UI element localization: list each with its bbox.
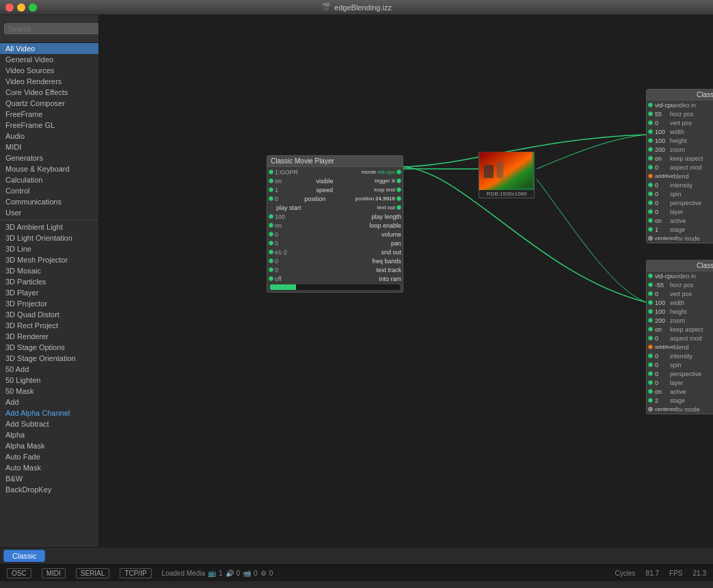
- tcpip-button[interactable]: TCP/IP: [120, 568, 151, 578]
- sidebar-item-video-renderers[interactable]: Video Renderers: [0, 76, 98, 87]
- proj-port[interactable]: [648, 291, 653, 296]
- proj-port-orange2[interactable]: [648, 345, 653, 349]
- proj-port[interactable]: [648, 318, 653, 323]
- sidebar-item-auto-mask[interactable]: Auto Mask: [0, 462, 98, 473]
- proj-port[interactable]: [648, 389, 653, 394]
- port-volume[interactable]: [269, 232, 273, 237]
- proj-port[interactable]: [648, 183, 653, 187]
- proj-port[interactable]: [648, 380, 653, 385]
- sidebar-item-50-lighten[interactable]: 50 Lighten: [0, 375, 98, 386]
- proj-port[interactable]: [648, 103, 653, 107]
- proj-port[interactable]: [648, 327, 653, 332]
- sidebar-item-alpha[interactable]: Alpha: [0, 429, 98, 440]
- proj-port[interactable]: [648, 353, 653, 358]
- sidebar-item-3d-stage-orientation[interactable]: 3D Stage Orientation: [0, 353, 98, 364]
- sidebar-item-3d-particles[interactable]: 3D Particles: [0, 276, 98, 287]
- sidebar-item-3d-mosaic[interactable]: 3D Mosaic: [0, 265, 98, 276]
- port-intoram[interactable]: [269, 276, 273, 281]
- sidebar-item-3d-projector[interactable]: 3D Projector: [0, 298, 98, 309]
- projector2-node[interactable]: Classic Projector vid-cpu video in -55 h…: [646, 260, 713, 414]
- projector1-node[interactable]: Classic Projector vid-cpu video in 55 ho…: [646, 89, 713, 243]
- proj-port[interactable]: [648, 165, 653, 170]
- sidebar-item-3d-quad-distort[interactable]: 3D Quad Distort: [0, 309, 98, 320]
- sidebar-item-3d-line[interactable]: 3D Line: [0, 243, 98, 254]
- port-visible[interactable]: [269, 178, 273, 183]
- proj-port[interactable]: [648, 371, 653, 376]
- node-canvas[interactable]: Classic Movie Player 1:GOPR movie vid-cp…: [99, 15, 713, 547]
- proj-port[interactable]: [648, 120, 653, 125]
- port-playlength[interactable]: [269, 214, 273, 219]
- proj-port[interactable]: [648, 129, 653, 134]
- sidebar-item-3d-mesh-projector[interactable]: 3D Mesh Projector: [0, 254, 98, 265]
- movie-player-node[interactable]: Classic Movie Player 1:GOPR movie vid-cp…: [267, 155, 403, 293]
- osc-button[interactable]: OSC: [7, 568, 31, 578]
- proj-port[interactable]: [648, 209, 653, 214]
- close-button[interactable]: [5, 3, 14, 12]
- port-position[interactable]: [269, 196, 273, 201]
- proj-port[interactable]: [648, 156, 653, 161]
- sidebar-item-mouse-keyboard[interactable]: Mouse & Keyboard: [0, 163, 98, 174]
- proj-port[interactable]: [648, 200, 653, 205]
- sidebar-item-50-mask[interactable]: 50 Mask: [0, 386, 98, 397]
- sidebar-item-3d-light-orientation[interactable]: 3D Light Orientation: [0, 232, 98, 243]
- out-port-position[interactable]: [396, 196, 401, 201]
- sidebar-item-all-video[interactable]: All Video: [0, 43, 98, 54]
- sidebar-item-freeframe[interactable]: FreeFrame: [0, 109, 98, 120]
- proj-port[interactable]: [648, 336, 653, 340]
- proj-port-circle2[interactable]: [648, 407, 653, 412]
- out-port-textout[interactable]: [396, 205, 401, 210]
- out-port-trigger[interactable]: [396, 178, 401, 183]
- port-movie[interactable]: [269, 170, 273, 174]
- port-pan[interactable]: [269, 241, 273, 245]
- search-input[interactable]: [4, 23, 99, 34]
- proj-port[interactable]: [648, 218, 653, 223]
- sidebar-item-3d-rect-project[interactable]: 3D Rect Project: [0, 320, 98, 331]
- sidebar-item-freeframe-gl[interactable]: FreeFrame GL: [0, 120, 98, 131]
- sidebar-item-core-video-effects[interactable]: Core Video Effects: [0, 87, 98, 98]
- proj-port[interactable]: [648, 138, 653, 143]
- sidebar-item-3d-ambient-light[interactable]: 3D Ambient Light: [0, 222, 98, 232]
- proj-port[interactable]: [648, 300, 653, 305]
- proj-port[interactable]: [648, 111, 653, 116]
- proj-port[interactable]: [648, 362, 653, 367]
- sidebar-item-generators[interactable]: Generators: [0, 152, 98, 163]
- proj-port[interactable]: [648, 309, 653, 314]
- sidebar-item-3d-player[interactable]: 3D Player: [0, 287, 98, 298]
- proj-port[interactable]: [648, 147, 653, 152]
- proj-port-orange[interactable]: [648, 174, 653, 178]
- maximize-button[interactable]: [29, 3, 37, 12]
- proj-port[interactable]: [648, 282, 653, 287]
- port-loopenable[interactable]: [269, 223, 273, 228]
- sidebar-item-user[interactable]: User: [0, 207, 98, 218]
- proj-port[interactable]: [648, 227, 653, 232]
- port-texttrack[interactable]: [269, 267, 273, 272]
- sidebar-item-midi[interactable]: MIDI: [0, 142, 98, 152]
- sidebar-item-quartz-composer[interactable]: Quartz Composer: [0, 98, 98, 109]
- midi-button[interactable]: MIDI: [42, 568, 66, 578]
- sidebar-item-general-video[interactable]: General Video: [0, 54, 98, 65]
- sidebar-item-add-subtract[interactable]: Add Subtract: [0, 418, 98, 429]
- sidebar-item-alpha-mask[interactable]: Alpha Mask: [0, 440, 98, 451]
- port-freqbands[interactable]: [269, 258, 273, 263]
- serial-button[interactable]: SERIAL: [76, 568, 110, 578]
- port-speed[interactable]: [269, 187, 273, 192]
- sidebar-item-add-alpha-channel[interactable]: Add Alpha Channel: [0, 407, 98, 418]
- sidebar-item-audio[interactable]: Audio: [0, 131, 98, 142]
- sidebar-item-backdropkey[interactable]: BackDropKey: [0, 484, 98, 495]
- sidebar-item-3d-stage-options[interactable]: 3D Stage Options: [0, 342, 98, 353]
- sidebar-item-calculation[interactable]: Calculation: [0, 174, 98, 185]
- sidebar-item-3d-renderer[interactable]: 3D Renderer: [0, 331, 98, 342]
- preview-node[interactable]: RGB:1920x1080: [479, 152, 535, 198]
- sidebar-item-communications[interactable]: Communications: [0, 196, 98, 207]
- sidebar-item-bw[interactable]: B&W: [0, 473, 98, 484]
- proj-port[interactable]: [648, 273, 653, 278]
- sidebar-item-auto-fade[interactable]: Auto Fade: [0, 451, 98, 462]
- out-port-vidcpu[interactable]: [396, 170, 401, 174]
- sidebar-item-control[interactable]: Control: [0, 185, 98, 196]
- sidebar-item-add[interactable]: Add: [0, 397, 98, 407]
- sidebar-item-50-add[interactable]: 50 Add: [0, 364, 98, 375]
- out-port-loopend[interactable]: [396, 187, 401, 192]
- proj-port[interactable]: [648, 191, 653, 196]
- classic-tab[interactable]: Classic: [3, 550, 45, 562]
- proj-port-circle1[interactable]: [648, 236, 653, 241]
